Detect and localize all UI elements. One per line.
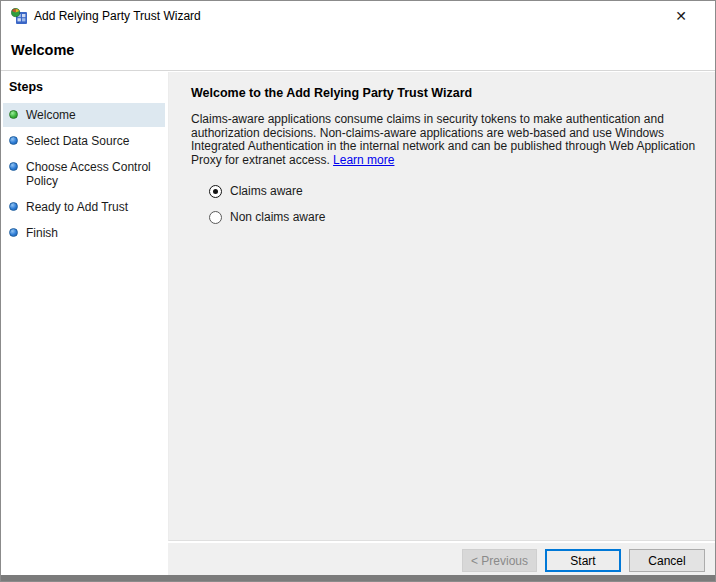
window-title: Add Relying Party Trust Wizard [34, 1, 201, 31]
wizard-app-icon [11, 8, 28, 25]
wizard-window: Add Relying Party Trust Wizard ✕ Welcome… [0, 0, 716, 582]
description-paragraph: Claims-aware applications consume claims… [191, 113, 715, 167]
radio-claims-aware[interactable]: Claims aware [209, 184, 715, 198]
sidebar-item-finish: Finish [3, 221, 165, 245]
previous-button[interactable]: < Previous [462, 549, 537, 572]
radio-non-claims-aware[interactable]: Non claims aware [209, 210, 715, 224]
learn-more-link[interactable]: Learn more [333, 153, 394, 167]
step-current-dot-icon [9, 110, 18, 119]
description-line: Claims-aware applications consume claims… [191, 113, 715, 127]
radio-label: Non claims aware [230, 210, 325, 224]
sidebar-item-select-data-source: Select Data Source [3, 129, 165, 153]
steps-header: Steps [9, 80, 168, 94]
cancel-button[interactable]: Cancel [629, 549, 705, 572]
content-heading: Welcome to the Add Relying Party Trust W… [191, 86, 715, 100]
step-pending-dot-icon [9, 228, 18, 237]
application-type-radio-group: Claims aware Non claims aware [209, 184, 715, 224]
start-button[interactable]: Start [545, 549, 621, 572]
content-panel: Welcome to the Add Relying Party Trust W… [168, 72, 715, 541]
window-bottom-edge [1, 575, 715, 581]
description-line: Integrated Authentication in the interna… [191, 140, 715, 154]
sidebar-item-choose-access-control-policy: Choose Access Control Policy [3, 155, 165, 193]
steps-sidebar: Steps Welcome Select Data Source Choose … [1, 72, 168, 575]
title-bar: Add Relying Party Trust Wizard ✕ [1, 1, 715, 31]
radio-button-icon[interactable] [209, 185, 222, 198]
sidebar-item-welcome: Welcome [3, 103, 165, 127]
radio-label: Claims aware [230, 184, 303, 198]
step-label: Select Data Source [26, 134, 129, 148]
page-title: Welcome [11, 31, 74, 70]
step-pending-dot-icon [9, 202, 18, 211]
step-label: Finish [26, 226, 58, 240]
sidebar-item-ready-to-add-trust: Ready to Add Trust [3, 195, 165, 219]
description-line-text: Proxy for extranet access. [191, 153, 330, 167]
description-line: authorization decisions. Non-claims-awar… [191, 127, 715, 141]
description-line: Proxy for extranet access. Learn more [191, 154, 715, 168]
step-label: Choose Access Control Policy [26, 160, 163, 188]
step-label: Welcome [26, 108, 76, 122]
page-header: Welcome [1, 31, 715, 71]
step-label: Ready to Add Trust [26, 200, 128, 214]
step-pending-dot-icon [9, 162, 18, 171]
close-icon[interactable]: ✕ [667, 3, 695, 29]
step-pending-dot-icon [9, 136, 18, 145]
radio-button-icon[interactable] [209, 211, 222, 224]
